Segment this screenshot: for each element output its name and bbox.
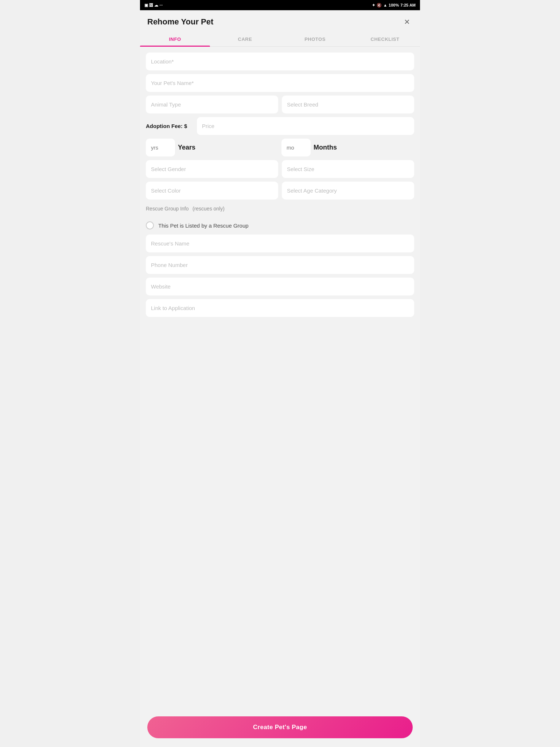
- select-color-input[interactable]: [146, 182, 278, 200]
- time-display: 7:25 AM: [400, 3, 416, 7]
- rescue-radio-label: This Pet is Listed by a Rescue Group: [158, 222, 249, 229]
- age-row: Years Months: [146, 139, 414, 156]
- rescue-group-section-title: Rescue Group Info (rescues only): [146, 205, 414, 212]
- website-input[interactable]: [146, 278, 414, 295]
- tabs-container: INFO CARE PHOTOS CHECKLIST: [140, 32, 420, 47]
- months-wrap: Months: [281, 139, 414, 156]
- header: Rehome Your Pet ✕: [140, 10, 420, 28]
- wifi-icon: ▲: [383, 3, 387, 7]
- close-button[interactable]: ✕: [401, 16, 413, 28]
- select-gender-input[interactable]: [146, 160, 278, 178]
- status-bar: ▣ 🖼 ☁ ··· ✦ 🔇 ▲ 100% 7:25 AM: [140, 0, 420, 10]
- years-label: Years: [178, 144, 195, 151]
- page-title: Rehome Your Pet: [147, 17, 213, 27]
- form-area: Adoption Fee: $ Years Months Resc: [140, 47, 420, 364]
- pet-name-input[interactable]: [146, 74, 414, 92]
- link-to-application-input[interactable]: [146, 299, 414, 317]
- animal-breed-row: [146, 96, 414, 113]
- phone-number-input[interactable]: [146, 256, 414, 274]
- bottom-button-wrap: Create Pet's Page: [140, 711, 420, 747]
- tab-care[interactable]: CARE: [210, 32, 280, 46]
- years-wrap: Years: [146, 139, 279, 156]
- rescue-name-input[interactable]: [146, 235, 414, 252]
- months-input[interactable]: [281, 139, 311, 156]
- select-age-category-input[interactable]: [282, 182, 414, 200]
- months-label: Months: [314, 144, 337, 151]
- location-input[interactable]: [146, 53, 414, 70]
- bluetooth-icon: ✦: [372, 3, 375, 8]
- tab-info[interactable]: INFO: [140, 32, 210, 46]
- status-left: ▣ 🖼 ☁ ···: [144, 3, 163, 8]
- create-pet-page-button[interactable]: Create Pet's Page: [147, 716, 413, 738]
- mute-icon: 🔇: [377, 3, 382, 8]
- battery-level: 100%: [389, 3, 399, 7]
- select-size-input[interactable]: [282, 160, 414, 178]
- select-breed-input[interactable]: [282, 96, 414, 113]
- rescue-radio-button[interactable]: [146, 221, 154, 229]
- gender-size-row: [146, 160, 414, 178]
- adoption-fee-row: Adoption Fee: $: [146, 117, 414, 135]
- price-input[interactable]: [197, 117, 414, 135]
- rescue-radio-row[interactable]: This Pet is Listed by a Rescue Group: [146, 216, 414, 235]
- color-age-row: [146, 182, 414, 200]
- adoption-fee-label: Adoption Fee: $: [146, 123, 193, 129]
- status-icons: ▣ 🖼 ☁ ···: [144, 3, 163, 8]
- app-container: Rehome Your Pet ✕ INFO CARE PHOTOS CHECK…: [140, 10, 420, 747]
- tab-photos[interactable]: PHOTOS: [280, 32, 350, 46]
- years-input[interactable]: [146, 139, 175, 156]
- tab-checklist[interactable]: CHECKLIST: [350, 32, 420, 46]
- status-right: ✦ 🔇 ▲ 100% 7:25 AM: [372, 3, 416, 8]
- animal-type-input[interactable]: [146, 96, 278, 113]
